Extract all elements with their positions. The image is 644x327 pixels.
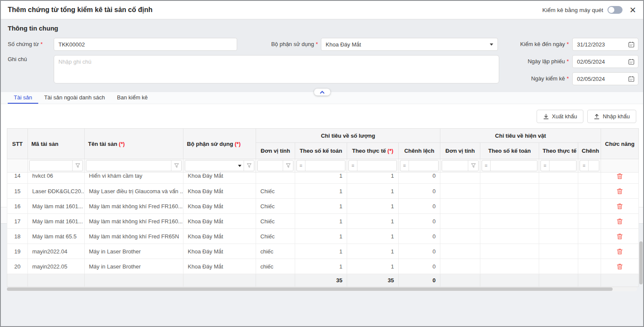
equals-operator[interactable]: = [297, 160, 305, 171]
cell-qty-actual2 [539, 184, 578, 199]
delete-row-button[interactable] [617, 173, 623, 179]
cell-code: Máy làm mát 1601... [28, 214, 85, 229]
scan-toggle-switch[interactable] [607, 6, 623, 14]
note-textarea[interactable] [54, 55, 499, 83]
cell-qty-diff: 0 [399, 199, 440, 214]
cell-actions [601, 184, 639, 199]
general-info-section: Thông tin chung Số chứng từ* Bộ phận sử … [1, 19, 643, 92]
cell-unit2 [440, 199, 480, 214]
close-icon[interactable]: ✕ [629, 6, 636, 14]
cell-actions [601, 244, 639, 259]
inventory-date-label: Ngày kiểm kê* [508, 72, 569, 85]
delete-row-button[interactable] [617, 263, 623, 270]
filter-qty-diff2-input[interactable] [589, 160, 599, 171]
filter-unit-input[interactable] [258, 160, 283, 171]
filter-qty-actual-input[interactable] [357, 160, 397, 171]
filter-code-input[interactable] [30, 160, 72, 171]
tab-tai-san-ngoai-danh-sach[interactable]: Tài sản ngoài danh sách [38, 92, 111, 104]
filter-icon[interactable] [283, 160, 293, 171]
cell-dept: Khoa Đáy Mắt [183, 184, 256, 199]
equals-operator[interactable]: = [349, 160, 357, 171]
cell-actions [601, 199, 639, 214]
equals-operator[interactable]: = [580, 160, 589, 171]
vertical-scrollbar-thumb[interactable] [639, 241, 643, 284]
collapse-section-button[interactable] [314, 89, 330, 96]
filter-qty-book-input[interactable] [305, 160, 345, 171]
export-button[interactable]: Xuất khẩu [537, 110, 584, 123]
trash-icon [617, 188, 623, 194]
cell-stt: 14 [7, 173, 28, 184]
toggle-knob [608, 7, 614, 13]
calendar-icon [628, 41, 635, 48]
cell-qty-diff2 [578, 229, 601, 244]
cell-qty-diff: 0 [399, 184, 440, 199]
filter-icon[interactable] [468, 160, 478, 171]
cell-qty-book: 1 [295, 173, 347, 184]
delete-row-button[interactable] [617, 233, 623, 240]
filter-dept-select[interactable] [185, 160, 236, 171]
equals-operator[interactable]: = [541, 160, 549, 171]
vertical-scrollbar[interactable] [639, 172, 643, 284]
cell-unit: Chiếc [256, 214, 295, 229]
table-row: 19mayin2022.04Máy in Laser BrotherKhoa Đ… [7, 244, 639, 259]
import-button[interactable]: Nhập khẩu [587, 110, 636, 123]
filter-unit2-input[interactable] [442, 160, 468, 171]
horizontal-scrollbar-thumb[interactable] [7, 287, 613, 291]
inventory-to-date-label: Kiểm kê đến ngày* [508, 38, 569, 51]
cell-actions [601, 173, 639, 184]
cell-code: mayin2022.04 [28, 244, 85, 259]
col-header-theo-thuc-te: Theo thực tế (*) [347, 143, 399, 159]
cell-qty-diff2 [578, 199, 601, 214]
department-label: Bộ phận sử dụng* [254, 38, 318, 51]
cell-name: Hiển vi khám cầm tay [85, 173, 183, 184]
equals-operator[interactable]: = [482, 160, 491, 171]
cell-qty-diff2 [578, 259, 601, 274]
cell-unit: Chiếc [256, 184, 295, 199]
cell-qty-diff: 0 [399, 229, 440, 244]
cell-name: Máy làm mát không khí Fred FR160... [85, 214, 183, 229]
calendar-icon [628, 59, 635, 65]
creation-date-input[interactable]: 02/05/2024 [572, 55, 638, 68]
required-asterisk: * [40, 41, 43, 47]
delete-row-button[interactable] [617, 188, 623, 194]
inventory-to-date-input[interactable]: 31/12/2023 [572, 38, 638, 51]
cell-qty-diff: 0 [399, 244, 440, 259]
cell-qty-diff2 [578, 214, 601, 229]
total-qty-diff: 0 [399, 274, 440, 287]
cell-qty-actual2 [539, 214, 578, 229]
cell-dept: Khoa Đáy Mắt [183, 214, 256, 229]
cell-qty-book2 [480, 184, 539, 199]
department-select[interactable]: Khoa Đáy Mắt [321, 38, 498, 51]
filter-name-input[interactable] [86, 160, 171, 171]
cell-qty-actual: 1 [347, 244, 399, 259]
cell-dept: Khoa Đáy Mắt [183, 259, 256, 274]
filter-icon[interactable] [72, 160, 82, 171]
tab-ban-kiem-ke[interactable]: Ban kiểm kê [111, 92, 154, 104]
col-header-don-vi-tinh-hv: Đơn vị tính [440, 143, 480, 159]
table-row: 16Máy làm mát 1601...Máy làm mát không k… [7, 199, 639, 214]
inventory-date-value: 02/05/2024 [577, 76, 605, 82]
filter-qty-actual2-input[interactable] [549, 160, 576, 171]
equals-operator[interactable]: = [400, 160, 409, 171]
chevron-down-icon[interactable] [236, 160, 244, 171]
filter-icon[interactable] [171, 160, 181, 171]
cell-qty-diff2 [578, 244, 601, 259]
col-header-theo-so-ke-toan: Theo số kế toán [295, 143, 347, 159]
horizontal-scrollbar[interactable] [7, 287, 637, 291]
table-body: 14hvkct 06Hiển vi khám cầm tayKhoa Đáy M… [7, 173, 639, 274]
required-asterisk: * [567, 75, 569, 82]
filter-qty-book2-input[interactable] [491, 160, 537, 171]
table-toolbar: Xuất khẩu Nhập khẩu [1, 104, 643, 123]
cell-name: Máy làm mát không khí Fred FR160... [85, 199, 183, 214]
delete-row-button[interactable] [617, 248, 623, 255]
inventory-date-input[interactable]: 02/05/2024 [572, 72, 638, 85]
document-number-input[interactable] [54, 38, 237, 51]
cell-name: Máy làm mát không khí Fred FR65N [85, 229, 183, 244]
col-header-bo-phan-su-dung: Bộ phận sử dụng (*) [183, 129, 256, 159]
cell-unit: chiếc [256, 244, 295, 259]
filter-icon[interactable] [244, 160, 254, 171]
tab-tai-san[interactable]: Tài sản [8, 92, 38, 104]
delete-row-button[interactable] [617, 218, 623, 225]
filter-qty-diff-input[interactable] [409, 160, 438, 171]
delete-row-button[interactable] [617, 203, 623, 210]
